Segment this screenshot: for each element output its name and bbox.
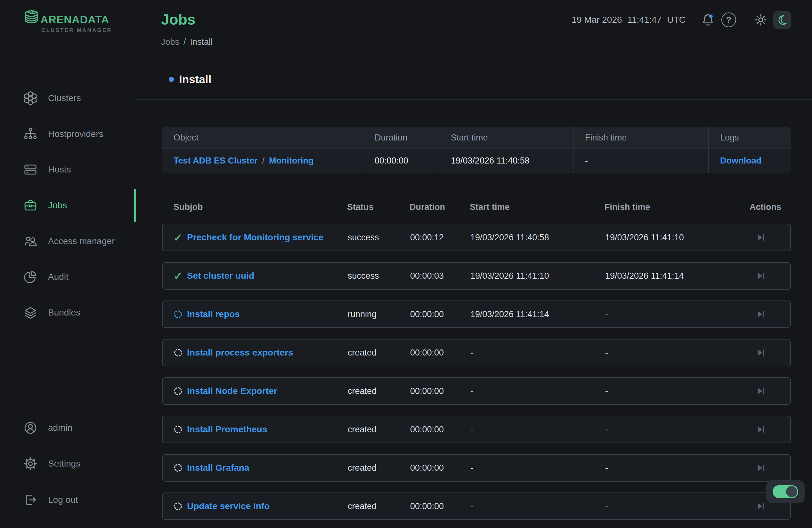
skip-to-log-button[interactable] xyxy=(754,269,767,283)
date: 19 Mar 2026 xyxy=(571,15,622,25)
sidebar-item-settings[interactable]: Settings xyxy=(0,455,136,473)
sidebar-item-label: Jobs xyxy=(48,200,67,211)
service-link[interactable]: Monitoring xyxy=(269,156,314,166)
cluster-link[interactable]: Test ADB ES Cluster xyxy=(174,156,258,166)
status-icon xyxy=(174,502,182,510)
help-button[interactable]: ? xyxy=(721,13,736,27)
skip-to-log-button[interactable] xyxy=(754,423,767,436)
moon-icon xyxy=(777,14,788,26)
sidebar-item-label: admin xyxy=(48,423,72,433)
clusters-icon xyxy=(23,91,38,106)
sidebar-item-label: Access manager xyxy=(48,236,115,246)
skip-to-log-button[interactable] xyxy=(754,346,767,359)
skip-to-log-button[interactable] xyxy=(754,231,767,244)
skip-forward-icon xyxy=(755,270,766,282)
skip-to-log-button[interactable] xyxy=(754,499,767,513)
subjob-link[interactable]: Install process exporters xyxy=(187,348,293,358)
skip-forward-icon xyxy=(755,424,766,435)
job-section-header: Install xyxy=(169,73,211,86)
skip-forward-icon xyxy=(755,462,766,473)
column-finish-time: Finish time xyxy=(574,127,709,148)
start-time-cell: 19/03/2026 11:40:58 xyxy=(439,149,574,173)
column-subjob: Subjob xyxy=(174,202,203,212)
sidebar-item-access-manager[interactable]: Access manager xyxy=(0,232,136,250)
subjob-link[interactable]: Update service info xyxy=(187,501,270,511)
brand-subtitle: CLUSTER MANAGER xyxy=(41,27,112,34)
sidebar-item-hostproviders[interactable]: Hostproviders xyxy=(0,125,136,143)
subjob-status: created xyxy=(348,348,377,358)
header-divider xyxy=(136,99,812,100)
auto-refresh-toggle[interactable] xyxy=(773,485,798,498)
subjob-row: Precheck for Monitoring service success … xyxy=(162,224,791,251)
sidebar-item-clusters[interactable]: Clusters xyxy=(0,89,136,107)
subjob-finish-time: - xyxy=(605,501,608,511)
bundles-icon xyxy=(23,305,38,320)
subjob-row: Install process exporters created 00:00:… xyxy=(162,339,791,366)
sidebar-item-jobs[interactable]: Jobs xyxy=(0,196,136,214)
subjob-status: created xyxy=(348,386,377,396)
sidebar-item-logout[interactable]: Log out xyxy=(0,491,136,509)
skip-to-log-button[interactable] xyxy=(754,384,767,398)
subjob-start-time: 19/03/2026 11:41:14 xyxy=(470,310,549,319)
subjob-link[interactable]: Install Grafana xyxy=(187,463,249,473)
skip-to-log-button[interactable] xyxy=(754,307,767,321)
brand-name: ARENADATA xyxy=(40,13,109,26)
breadcrumb-parent[interactable]: Jobs xyxy=(161,37,179,47)
subjob-start-time: 19/03/2026 11:40:58 xyxy=(470,232,549,243)
job-table-header: Object Duration Start time Finish time L… xyxy=(162,127,791,149)
header-actions: 19 Mar 2026 11:41:47 UTC ? xyxy=(571,11,791,29)
timezone: UTC xyxy=(667,15,685,25)
subjob-status: success xyxy=(348,271,379,281)
skip-forward-icon xyxy=(755,308,766,320)
subjob-row: Install Grafana created 00:00:00 - - xyxy=(162,454,791,482)
column-start-time: Start time xyxy=(470,202,510,212)
subjob-duration: 00:00:00 xyxy=(410,348,444,358)
subjob-link[interactable]: Install repos xyxy=(187,309,240,319)
access-manager-icon xyxy=(23,234,38,248)
sidebar-item-admin[interactable]: admin xyxy=(0,419,136,437)
sun-icon xyxy=(754,13,768,27)
subjob-status: running xyxy=(348,310,377,319)
sidebar-item-hosts[interactable]: Hosts xyxy=(0,161,136,179)
subjob-start-time: - xyxy=(470,501,473,511)
object-cell: Test ADB ES Cluster / Monitoring xyxy=(162,149,363,173)
subjob-duration: 00:00:00 xyxy=(410,501,444,511)
light-theme-button[interactable] xyxy=(753,13,768,27)
sidebar-item-label: Audit xyxy=(48,272,69,282)
subjob-link[interactable]: Install Prometheus xyxy=(187,424,267,434)
column-duration: Duration xyxy=(409,202,445,212)
skip-to-log-button[interactable] xyxy=(754,461,767,474)
subjob-finish-time: - xyxy=(605,348,608,358)
subjob-finish-time: - xyxy=(605,310,608,319)
subjob-duration: 00:00:03 xyxy=(410,271,444,281)
subjob-link[interactable]: Install Node Exporter xyxy=(187,386,277,396)
download-logs-link[interactable]: Download xyxy=(720,156,762,166)
subjob-duration: 00:00:00 xyxy=(410,463,444,473)
user-icon xyxy=(23,421,38,435)
subjob-finish-time: 19/03/2026 11:41:10 xyxy=(605,232,684,243)
subjob-link[interactable]: Precheck for Monitoring service xyxy=(187,232,323,242)
subjob-row: Install Node Exporter created 00:00:00 -… xyxy=(162,377,791,405)
sidebar-item-label: Clusters xyxy=(48,93,81,103)
sidebar-item-label: Hosts xyxy=(48,165,71,175)
subjob-duration: 00:00:00 xyxy=(410,386,444,396)
dark-theme-button[interactable] xyxy=(773,11,791,29)
subjob-duration: 00:00:12 xyxy=(410,232,444,243)
skip-forward-icon xyxy=(755,347,766,358)
hosts-icon xyxy=(23,162,38,177)
column-start-time: Start time xyxy=(439,127,574,148)
bell-icon xyxy=(700,13,715,27)
subjob-link[interactable]: Set cluster uuid xyxy=(187,271,254,281)
breadcrumb: Jobs / Install xyxy=(161,37,213,47)
sidebar-item-label: Hostproviders xyxy=(48,129,103,139)
notifications-button[interactable] xyxy=(700,12,716,28)
column-status: Status xyxy=(347,202,374,212)
sidebar-item-bundles[interactable]: Bundles xyxy=(0,304,136,321)
column-object: Object xyxy=(162,127,363,148)
settings-icon xyxy=(23,456,38,471)
subjob-row: Set cluster uuid success 00:00:03 19/03/… xyxy=(162,262,791,290)
subjob-status: created xyxy=(348,501,377,511)
auto-refresh-toggle-container xyxy=(766,480,804,503)
column-duration: Duration xyxy=(363,127,439,148)
sidebar-item-audit[interactable]: Audit xyxy=(0,268,136,286)
